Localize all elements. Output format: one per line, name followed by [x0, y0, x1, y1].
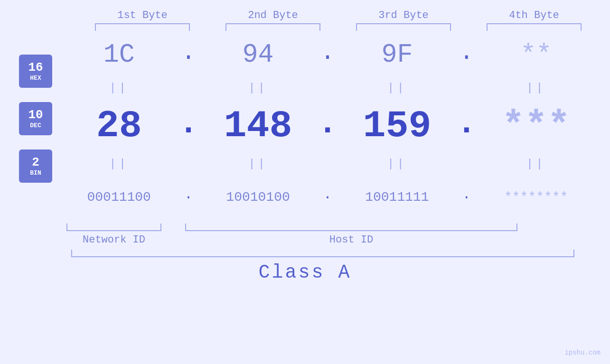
bin-b4: ********	[488, 190, 583, 205]
hex-b3: 9F	[349, 40, 444, 70]
right-content: 1C . 94 . 9F . ** || ||	[66, 31, 610, 246]
bin-number: 2	[32, 156, 39, 169]
equals-row-2: || || || ||	[66, 154, 589, 173]
dec-values-row: 28 . 148 . 159 . ***	[66, 97, 589, 154]
dec-label: DEC	[30, 122, 41, 129]
main-container: 1st Byte 2nd Byte 3rd Byte 4th Byte 16 H…	[0, 0, 610, 364]
bin-badge: 2 BIN	[19, 149, 52, 183]
byte3-header: 3rd Byte	[351, 9, 456, 21]
byte4-header: 4th Byte	[482, 9, 586, 21]
eq1-b1: ||	[72, 82, 167, 94]
bracket-top-4	[487, 23, 582, 31]
eq2-b4: ||	[488, 158, 583, 170]
dec-dot2: .	[316, 105, 339, 142]
bin-b1: 00011100	[72, 190, 167, 205]
outer-bottom-bracket	[71, 250, 574, 257]
left-badges: 16 HEX 10 DEC 2 BIN	[0, 31, 66, 246]
hex-values-row: 1C . 94 . 9F . **	[66, 31, 589, 78]
dec-b2: 148	[211, 104, 306, 148]
bin-values-row: 00011100 . 10010100 . 10011111 . *******…	[66, 173, 589, 221]
bin-b3: 10011111	[349, 190, 444, 205]
eq2-b1: ||	[72, 158, 167, 170]
dec-dot3: .	[455, 105, 479, 142]
hex-number: 16	[28, 61, 43, 75]
hex-dot3: .	[455, 39, 479, 66]
hex-label: HEX	[30, 75, 41, 82]
eq2-b2: ||	[211, 158, 306, 170]
host-id-label: Host ID	[185, 234, 517, 246]
eq1-b3: ||	[349, 82, 444, 94]
dec-badge: 10 DEC	[19, 102, 52, 135]
hex-dot2: .	[316, 39, 339, 66]
watermark: ipshu.com	[564, 349, 601, 356]
hex-badge: 16 HEX	[19, 55, 52, 88]
byte-headers: 1st Byte 2nd Byte 3rd Byte 4th Byte	[77, 9, 600, 21]
bracket-top-2	[225, 23, 320, 31]
network-id-label: Network ID	[66, 234, 161, 246]
dec-b1: 28	[72, 104, 167, 148]
class-label-row: Class A	[0, 262, 610, 283]
eq1-b4: ||	[488, 82, 583, 94]
hex-dot1: .	[177, 39, 200, 66]
bin-dot2: .	[316, 187, 339, 203]
dec-dot1: .	[177, 105, 200, 142]
dec-number: 10	[28, 108, 43, 122]
bracket-top-1	[95, 23, 190, 31]
brackets-top	[77, 23, 600, 31]
id-labels: Network ID Host ID	[66, 234, 589, 246]
class-label: Class A	[258, 262, 351, 283]
hex-b1: 1C	[72, 40, 167, 70]
hex-b4: **	[488, 40, 583, 70]
byte2-header: 2nd Byte	[221, 9, 325, 21]
eq1-b2: ||	[211, 82, 306, 94]
eq2-b3: ||	[349, 158, 444, 170]
bin-dot1: .	[177, 187, 200, 203]
hex-b2: 94	[211, 40, 306, 70]
host-bracket	[185, 224, 517, 231]
network-bracket	[66, 224, 161, 231]
bracket-top-3	[356, 23, 451, 31]
byte1-header: 1st Byte	[90, 9, 195, 21]
equals-row-1: || || || ||	[66, 78, 589, 97]
bin-dot3: .	[455, 187, 479, 203]
bottom-brackets	[66, 224, 589, 231]
dec-b4: ***	[488, 104, 583, 148]
bin-b2: 10010100	[211, 190, 306, 205]
full-layout: 16 HEX 10 DEC 2 BIN 1C . 94	[0, 31, 610, 246]
bin-label: BIN	[30, 169, 41, 177]
dec-b3: 159	[349, 104, 444, 148]
